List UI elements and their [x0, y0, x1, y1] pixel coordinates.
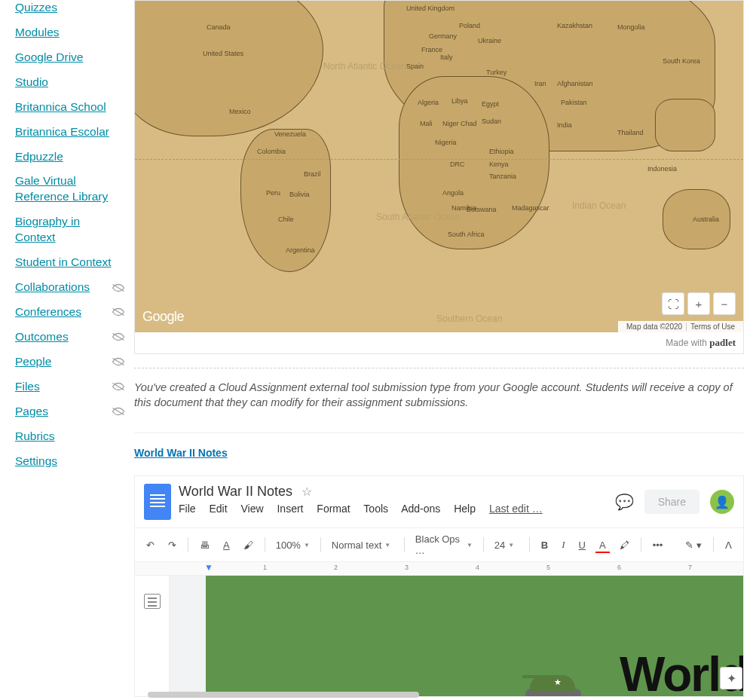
print-icon[interactable]: 🖶: [196, 537, 213, 553]
country-label: Iran: [534, 80, 546, 87]
sidebar-item-collaborations[interactable]: Collaborations: [15, 280, 90, 295]
underline-button[interactable]: U: [575, 537, 589, 553]
map-fullscreen-button[interactable]: ⛶: [662, 292, 684, 315]
sidebar-item-google-drive[interactable]: Google Drive: [15, 50, 83, 66]
country-label: Indonesia: [647, 165, 677, 173]
sidebar-item-britannica-school[interactable]: Britannica School: [15, 99, 106, 115]
menu-help[interactable]: Help: [454, 503, 476, 515]
redo-icon[interactable]: ↷: [164, 537, 180, 553]
country-label: United Kingdom: [406, 5, 455, 12]
country-label: France: [421, 46, 442, 53]
paint-format-icon[interactable]: 🖌: [240, 537, 257, 553]
country-label: Italy: [440, 53, 453, 61]
document-outline[interactable]: [135, 576, 170, 696]
feedback-button[interactable]: ✦: [720, 667, 742, 689]
menu-view[interactable]: View: [240, 503, 263, 515]
menu-file[interactable]: File: [179, 503, 196, 515]
more-button[interactable]: •••: [649, 537, 667, 553]
ocean-label: North Atlantic Ocean: [323, 61, 406, 72]
sidebar-item-quizzes[interactable]: Quizzes: [15, 0, 57, 16]
country-label: Mexico: [229, 108, 251, 115]
menu-insert[interactable]: Insert: [277, 503, 303, 515]
sidebar-item-biography[interactable]: Biography in Context: [15, 214, 113, 246]
menu-edit[interactable]: Edit: [209, 503, 227, 515]
sidebar-item-rubrics[interactable]: Rubrics: [15, 429, 55, 445]
sidebar-item-settings[interactable]: Settings: [15, 454, 57, 469]
country-label: Australia: [693, 216, 719, 223]
terms-link[interactable]: Terms of Use: [686, 322, 739, 331]
country-label: India: [557, 121, 572, 129]
country-label: Kazakhstan: [557, 22, 592, 29]
country-label: Venezuela: [274, 130, 306, 138]
italic-button[interactable]: I: [558, 536, 568, 553]
country-label: Botswana: [467, 206, 497, 213]
doc-toolbar: ↶ ↷ 🖶 A 🖌 100%▼ Normal text▼ Black Ops ……: [135, 527, 743, 562]
sidebar-item-conferences[interactable]: Conferences: [15, 304, 81, 320]
country-label: Peru: [266, 189, 280, 197]
font-dropdown[interactable]: Black Ops …▼: [412, 532, 476, 558]
text-color-button[interactable]: A: [595, 537, 610, 553]
map-zoom-out-button[interactable]: −: [713, 292, 736, 315]
country-label: Sudan: [482, 118, 501, 125]
padlet-map-embed: North Atlantic Ocean South Atlantic Ocea…: [134, 0, 744, 354]
country-label: Algeria: [418, 99, 439, 106]
docs-icon[interactable]: [144, 484, 171, 520]
google-logo: Google: [142, 309, 184, 325]
sidebar-item-gale[interactable]: Gale Virtual Reference Library: [15, 173, 113, 205]
collapse-toolbar-icon[interactable]: ᐱ: [721, 537, 736, 553]
sidebar-item-files[interactable]: Files: [15, 379, 40, 395]
sidebar-item-britannica-escolar[interactable]: Britannica Escolar: [15, 124, 109, 140]
indent-marker-icon[interactable]: ▼: [204, 562, 213, 573]
horizontal-scrollbar[interactable]: [148, 692, 419, 698]
document-link[interactable]: World War II Notes: [134, 433, 228, 468]
menu-format[interactable]: Format: [317, 503, 350, 515]
menu-addons[interactable]: Add-ons: [401, 503, 440, 515]
user-avatar[interactable]: 👤: [710, 490, 734, 514]
sidebar-item-student-context[interactable]: Student in Context: [15, 255, 112, 271]
star-icon[interactable]: ☆: [302, 485, 312, 498]
hidden-icon: [112, 356, 125, 367]
country-label: Spain: [406, 63, 424, 70]
padlet-credit: Made with padlet: [135, 332, 743, 353]
share-button[interactable]: Share: [644, 490, 699, 514]
sidebar-item-studio[interactable]: Studio: [15, 75, 48, 90]
country-label: Chile: [278, 216, 294, 223]
editing-mode-button[interactable]: ✎ ▾: [681, 537, 706, 553]
course-sidebar: Quizzes Modules Google Drive Studio Brit…: [0, 0, 134, 700]
outline-icon: [144, 594, 161, 609]
country-label: Germany: [429, 32, 457, 40]
hidden-icon: [112, 307, 125, 317]
menu-tools[interactable]: Tools: [363, 503, 388, 515]
sidebar-item-pages[interactable]: Pages: [15, 404, 48, 420]
highlight-button[interactable]: 🖍: [616, 537, 633, 553]
undo-icon[interactable]: ↶: [142, 537, 158, 553]
padlet-brand[interactable]: padlet: [709, 337, 736, 348]
country-label: United States: [203, 50, 243, 57]
map-zoom-in-button[interactable]: +: [687, 292, 710, 315]
country-label: Libya: [451, 97, 468, 105]
sidebar-item-people[interactable]: People: [15, 354, 51, 370]
country-label: Niger: [442, 120, 459, 127]
hidden-icon: [112, 381, 125, 392]
map-attribution: Map data ©2020Terms of Use: [618, 321, 743, 332]
doc-menubar: File Edit View Insert Format Tools Add-o…: [179, 503, 615, 515]
country-label: Nigeria: [435, 139, 457, 146]
last-edit-link[interactable]: Last edit …: [489, 503, 543, 515]
document-page[interactable]: ★ World: [206, 576, 743, 696]
doc-title[interactable]: World War II Notes: [179, 484, 292, 500]
world-map[interactable]: North Atlantic Ocean South Atlantic Ocea…: [135, 1, 743, 332]
sidebar-item-edpuzzle[interactable]: Edpuzzle: [15, 149, 63, 165]
font-size-dropdown[interactable]: 24▼: [491, 538, 522, 552]
style-dropdown[interactable]: Normal text▼: [329, 538, 396, 552]
country-label: Canada: [207, 23, 231, 31]
bold-button[interactable]: B: [537, 537, 552, 553]
comments-icon[interactable]: 💬: [615, 493, 634, 511]
country-label: Turkey: [486, 69, 507, 76]
country-label: Argentina: [286, 246, 315, 254]
zoom-dropdown[interactable]: 100%▼: [273, 538, 313, 552]
spellcheck-icon[interactable]: A: [219, 537, 234, 553]
ocean-label: Southern Ocean: [436, 313, 502, 324]
sidebar-item-modules[interactable]: Modules: [15, 25, 60, 41]
ruler[interactable]: ▼ 1 2 3 4 5 6 7: [135, 562, 743, 576]
sidebar-item-outcomes[interactable]: Outcomes: [15, 329, 69, 345]
